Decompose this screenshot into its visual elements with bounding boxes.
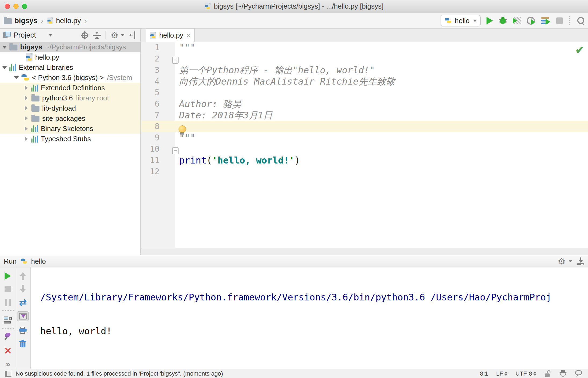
collapsed-arrow-icon[interactable] xyxy=(25,136,28,141)
chevron-down-icon xyxy=(121,34,124,36)
run-with-coverage-button[interactable] xyxy=(513,17,521,24)
run-configuration-name: hello xyxy=(455,17,470,25)
console-stdout-line: hello, world! xyxy=(40,325,588,337)
line-number: 2 xyxy=(141,53,175,64)
collapsed-arrow-icon[interactable] xyxy=(25,96,28,100)
tree-item-project-root[interactable]: bigsys ~/PycharmProjects/bigsys xyxy=(0,42,140,52)
collapse-all-button[interactable] xyxy=(93,31,101,39)
tree-item-typeshed-stubs[interactable]: Typeshed Stubs xyxy=(0,134,140,144)
lock-icon[interactable] xyxy=(545,370,551,377)
tree-item-python36[interactable]: python3.6 library root xyxy=(0,93,140,103)
code-editor[interactable]: 1""" 2 3第一个Python程序 - 输出"hello, world!" … xyxy=(141,42,588,248)
fold-region-end-icon[interactable] xyxy=(172,147,179,154)
tree-item-path: /System xyxy=(107,74,132,82)
chevron-separator: › xyxy=(41,16,43,25)
profiler-button[interactable] xyxy=(527,17,535,25)
search-everywhere-button[interactable] xyxy=(577,16,585,25)
inspections-ok-icon[interactable]: ✔ xyxy=(575,44,584,56)
scroll-from-source-button[interactable] xyxy=(81,31,88,39)
window-controls xyxy=(5,0,27,13)
chevron-down-icon[interactable] xyxy=(48,34,53,37)
zoom-window-button[interactable] xyxy=(22,4,27,9)
tree-item-label: Binary Skeletons xyxy=(41,125,93,133)
clear-all-button[interactable] xyxy=(17,339,29,348)
concurrency-diagram-button[interactable] xyxy=(541,17,550,25)
soft-wrap-button[interactable]: ⇄ xyxy=(17,297,29,307)
collapsed-arrow-icon[interactable] xyxy=(25,116,28,121)
settings-gear-button[interactable]: ⚙ xyxy=(111,31,118,39)
settings-gear-button[interactable]: ⚙ xyxy=(558,257,565,265)
console-command-line: /System/Library/Frameworks/Python.framew… xyxy=(40,292,588,303)
scroll-to-end-button-active[interactable] xyxy=(17,311,29,321)
run-console-output[interactable]: /System/Library/Frameworks/Python.framew… xyxy=(30,267,588,369)
folder-icon xyxy=(9,45,17,50)
fold-region-start-icon[interactable] xyxy=(172,57,179,64)
collapsed-arrow-icon[interactable] xyxy=(25,106,28,111)
tree-item-extended-definitions[interactable]: Extended Definitions xyxy=(0,83,140,93)
title-bar[interactable]: bigsys [~/PycharmProjects/bigsys] - .../… xyxy=(0,0,588,13)
code-line-4: 向伟大的Dennis MacAlistair Ritchie先生致敬 xyxy=(179,76,395,87)
tool-window-quick-access-icon[interactable] xyxy=(5,371,11,377)
breadcrumb-file[interactable]: hello.py xyxy=(56,17,81,25)
tree-item-python-interpreter[interactable]: < Python 3.6 (bigsys) > /System xyxy=(0,72,140,83)
line-number: 3 xyxy=(141,64,175,76)
run-button[interactable] xyxy=(487,17,493,24)
status-message[interactable]: No suspicious code found. 1 files proces… xyxy=(16,370,223,377)
expanded-arrow-icon[interactable] xyxy=(2,66,7,69)
tree-item-external-libraries[interactable]: External Libraries xyxy=(0,62,140,72)
editor-region: hello.py × 1""" 2 3第一个Python程序 - 输出"hell… xyxy=(141,29,588,255)
code-line-7: Date: 2018年3月1日 xyxy=(179,110,273,121)
tree-item-label: python3.6 xyxy=(42,94,73,102)
close-window-button[interactable] xyxy=(5,4,10,9)
tab-label: hello.py xyxy=(159,31,183,39)
pin-tab-button[interactable] xyxy=(2,332,14,341)
run-configuration-select[interactable]: hello xyxy=(441,15,481,26)
chevron-down-icon xyxy=(473,20,477,22)
editor-bottom-strip xyxy=(141,248,588,255)
expanded-arrow-icon[interactable] xyxy=(14,76,19,79)
project-panel-title[interactable]: Project xyxy=(13,31,36,39)
dock-panel-button[interactable] xyxy=(577,257,584,265)
close-panel-button[interactable]: × xyxy=(2,346,14,355)
line-number: 1 xyxy=(141,42,175,53)
next-occurrence-button-disabled xyxy=(17,284,29,294)
hector-inspections-icon[interactable] xyxy=(559,370,567,377)
rerun-button[interactable] xyxy=(2,271,14,281)
project-tree: bigsys ~/PycharmProjects/bigsys hello.py… xyxy=(0,42,140,255)
collapsed-arrow-icon[interactable] xyxy=(25,126,28,131)
restore-layout-button[interactable] xyxy=(2,315,14,325)
breadcrumb-project[interactable]: bigsys xyxy=(14,17,38,25)
minimize-window-button[interactable] xyxy=(13,4,19,9)
tree-item-binary-skeletons[interactable]: Binary Skeletons xyxy=(0,123,140,134)
folder-icon xyxy=(31,96,39,101)
tree-item-label: bigsys xyxy=(20,43,42,51)
intention-bulb-icon[interactable] xyxy=(178,125,186,136)
hide-panel-button[interactable] xyxy=(129,31,136,39)
line-number: 11 xyxy=(141,155,175,166)
navigation-toolbar: bigsys › hello.py › hello xyxy=(0,13,588,29)
more-options-chevrons[interactable]: » xyxy=(2,359,14,369)
tree-item-site-packages[interactable]: site-packages xyxy=(0,113,140,123)
toolbar-divider xyxy=(106,31,106,39)
status-bar: No suspicious code found. 1 files proces… xyxy=(0,369,588,378)
caret-position-widget[interactable]: 8:1 xyxy=(480,370,488,377)
tree-item-label: < Python 3.6 (bigsys) > xyxy=(32,74,104,82)
line-separator-widget[interactable]: LF xyxy=(496,370,507,377)
event-log-bubble-icon[interactable] xyxy=(575,370,583,377)
toolbar-divider xyxy=(2,310,14,311)
project-tool-window: Project ⚙ bigsys ~/PycharmProjects/bigsy… xyxy=(0,29,141,255)
editor-tab-hello-py[interactable]: hello.py × xyxy=(146,29,195,42)
close-tab-icon[interactable]: × xyxy=(186,31,191,39)
file-encoding-widget[interactable]: UTF-8 xyxy=(516,370,536,377)
run-panel-title[interactable]: Run xyxy=(4,257,17,266)
python-file-icon xyxy=(150,32,156,39)
tree-item-hello-py[interactable]: hello.py xyxy=(0,52,140,62)
expanded-arrow-icon[interactable] xyxy=(2,46,7,49)
print-button[interactable] xyxy=(17,325,29,335)
tree-item-lib-dynload[interactable]: lib-dynload xyxy=(0,103,140,113)
tree-item-label: site-packages xyxy=(42,114,85,123)
breadcrumb: bigsys › hello.py › xyxy=(4,13,88,28)
debug-button[interactable] xyxy=(499,17,507,24)
prev-occurrence-button-disabled xyxy=(17,271,29,281)
collapsed-arrow-icon[interactable] xyxy=(25,85,28,90)
